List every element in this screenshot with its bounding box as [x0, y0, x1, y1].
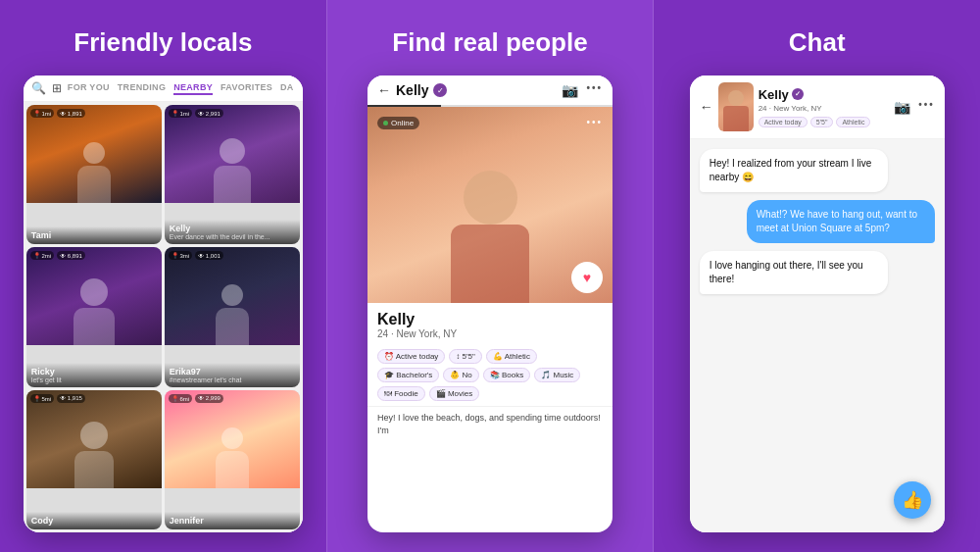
- stat-distance: 📍 5mi: [30, 394, 54, 403]
- tag-books: 📚 Books: [483, 368, 530, 382]
- panel-right: Chat ← Kelly ✓ 24 · New York, NY: [654, 0, 980, 552]
- person-card-tami[interactable]: 📍 1mi 👁 1,891 Tami: [26, 105, 162, 244]
- person-stats-tami: 📍 1mi 👁 1,891: [30, 109, 85, 118]
- stat-distance: 📍 3mi: [169, 251, 192, 260]
- search-icon[interactable]: 🔍: [31, 81, 46, 95]
- online-dot: [383, 121, 388, 125]
- person-stats-erika: 📍 3mi 👁 1,001: [169, 251, 223, 260]
- left-panel-title: Friendly locals: [74, 27, 252, 58]
- profile-photo-area: Online ••• ♥: [368, 107, 612, 303]
- person-info-ricky: Ricky let's get lit: [26, 363, 162, 387]
- stat-views: 👁 6,891: [57, 251, 85, 260]
- stat-distance: 📍 2mi: [30, 251, 54, 260]
- tag-height: ↕ 5'5": [449, 349, 482, 364]
- tab-da[interactable]: DA: [280, 82, 294, 95]
- tab-favorites[interactable]: FAVORITES: [220, 82, 272, 95]
- profile-header-name: Kelly: [396, 82, 428, 98]
- profile-location: 24 · New York, NY: [377, 328, 603, 339]
- person-stats-kelly: 📍 1mi 👁 2,991: [169, 109, 223, 118]
- chat-tag-height: 5'5": [810, 117, 834, 127]
- tag-movies: 🎬 Movies: [429, 386, 480, 401]
- person-card-cody[interactable]: 📍 5mi 👁 1,915 Cody: [26, 390, 162, 529]
- tag-music: 🎵 Music: [534, 368, 580, 382]
- chat-avatar: [718, 82, 754, 131]
- person-card-jennifer[interactable]: 📍 6mi 👁 2,999 Jennifer: [165, 390, 300, 529]
- tag-foodie: 🍽 Foodie: [377, 386, 425, 401]
- stat-views: 👁 1,915: [57, 394, 85, 403]
- tab-nearby[interactable]: NEARBY: [173, 82, 213, 95]
- verified-badge: ✓: [433, 83, 447, 97]
- stat-views: 👁 2,991: [195, 109, 223, 118]
- person-subtitle-ricky: let's get lit: [31, 376, 157, 383]
- tag-kids: 👶 No: [443, 368, 478, 382]
- chat-video-icon[interactable]: 📷: [894, 99, 910, 115]
- chat-header: ← Kelly ✓ 24 · New York, NY Active today: [690, 75, 945, 139]
- chat-tag-build: Athletic: [836, 117, 870, 127]
- stat-views: 👁 2,999: [195, 394, 223, 403]
- stat-views: 👁 1,891: [57, 109, 85, 118]
- chat-verified: ✓: [792, 88, 804, 100]
- stat-distance: 📍 6mi: [169, 394, 192, 403]
- person-card-kelly[interactable]: 📍 1mi 👁 2,991 Kelly Ever dance with the …: [165, 105, 300, 244]
- tag-build: 💪 Athletic: [486, 349, 537, 364]
- person-name-erika: Erika97: [170, 367, 295, 376]
- profile-name: Kelly: [377, 311, 603, 328]
- person-card-erika[interactable]: 📍 3mi 👁 1,001 Erika97 #newstreamer let's…: [165, 247, 300, 386]
- chat-header-left: ← Kelly ✓ 24 · New York, NY Active today: [700, 82, 871, 131]
- chat-tags: Active today 5'5" Athletic: [759, 117, 871, 127]
- person-name-cody: Cody: [31, 516, 157, 526]
- more-options-icon[interactable]: •••: [586, 82, 603, 98]
- person-card-ricky[interactable]: 📍 2mi 👁 6,891 Ricky let's get lit: [26, 247, 162, 386]
- message-3: I love hanging out there, I'll see you t…: [700, 251, 888, 294]
- profile-photo: Online ••• ♥: [368, 107, 612, 303]
- person-name-tami: Tami: [31, 230, 157, 240]
- person-subtitle-kelly: Ever dance with the devil in the...: [170, 233, 295, 240]
- person-info-kelly: Kelly Ever dance with the devil in the..…: [165, 220, 300, 244]
- person-info-cody: Cody: [26, 512, 162, 529]
- heart-button[interactable]: ♥: [571, 262, 603, 293]
- phone-nav-bar: 🔍 ⊞ FOR YOU TRENDING NEARBY FAVORITES DA: [24, 75, 303, 102]
- tag-edu: 🎓 Bachelor's: [377, 368, 439, 382]
- middle-panel-title: Find real people: [392, 27, 587, 58]
- tab-trending[interactable]: TRENDING: [118, 82, 166, 95]
- person-stats-ricky: 📍 2mi 👁 6,891: [30, 251, 85, 260]
- chat-messages: Hey! I realized from your stream I live …: [690, 139, 945, 532]
- profile-header: ← Kelly ✓ 📷 •••: [368, 75, 612, 105]
- profile-header-left: ← Kelly ✓: [377, 82, 447, 98]
- person-name-jennifer: Jennifer: [170, 516, 295, 526]
- profile-bio: Hey! I love the beach, dogs, and spendin…: [368, 406, 612, 441]
- video-icon[interactable]: 📷: [562, 82, 578, 98]
- tab-for-you[interactable]: FOR YOU: [68, 82, 110, 95]
- online-badge: Online: [377, 117, 419, 129]
- person-info-erika: Erika97 #newstreamer let's chat: [165, 363, 300, 387]
- photo-more-icon[interactable]: •••: [586, 117, 603, 127]
- person-info-jennifer: Jennifer: [165, 512, 300, 529]
- nav-tabs: FOR YOU TRENDING NEARBY FAVORITES DA: [68, 82, 294, 95]
- chat-back-button[interactable]: ←: [700, 99, 713, 115]
- profile-name-area: Kelly 24 · New York, NY: [368, 303, 612, 344]
- message-1: Hey! I realized from your stream I live …: [700, 149, 888, 192]
- grid-icon[interactable]: ⊞: [52, 81, 62, 95]
- person-name-kelly: Kelly: [170, 224, 295, 233]
- online-text: Online: [391, 119, 414, 127]
- stat-distance: 📍 1mi: [30, 109, 54, 118]
- chat-name-area: Kelly ✓ 24 · New York, NY Active today 5…: [759, 87, 871, 127]
- chat-tag-active: Active today: [759, 117, 808, 127]
- chat-header-right: 📷 •••: [894, 99, 935, 115]
- chat-more-icon[interactable]: •••: [918, 99, 935, 115]
- right-panel-title: Chat: [789, 27, 846, 58]
- person-name-ricky: Ricky: [31, 367, 157, 376]
- panel-left: Friendly locals 🔍 ⊞ FOR YOU TRENDING NEA…: [0, 0, 326, 552]
- stat-views: 👁 1,001: [195, 251, 223, 260]
- panel-middle: Find real people ← Kelly ✓ 📷 •••: [326, 0, 655, 552]
- message-2: What!? We have to hang out, want to meet…: [747, 200, 935, 243]
- back-button[interactable]: ←: [377, 82, 391, 98]
- chat-name: Kelly ✓: [759, 87, 871, 102]
- person-stats-cody: 📍 5mi 👁 1,915: [30, 394, 85, 403]
- person-stats-jennifer: 📍 6mi 👁 2,999: [169, 394, 223, 403]
- chat-meta: 24 · New York, NY: [759, 104, 871, 113]
- thumbs-up-button[interactable]: 👍: [894, 481, 931, 519]
- tag-active: ⏰ Active today: [377, 349, 445, 364]
- left-phone: 🔍 ⊞ FOR YOU TRENDING NEARBY FAVORITES DA: [24, 75, 303, 532]
- stat-distance: 📍 1mi: [169, 109, 192, 118]
